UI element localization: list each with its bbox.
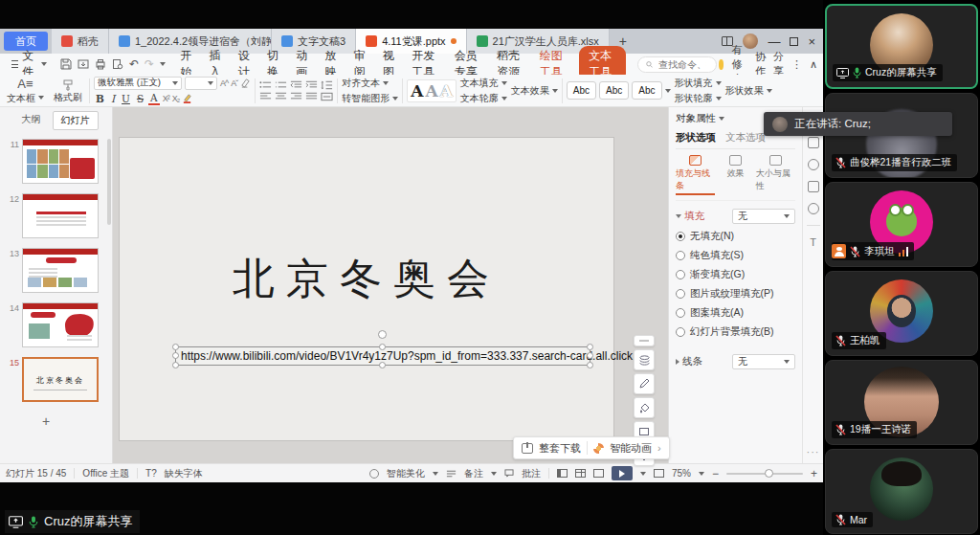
decrease-indent-icon[interactable] <box>290 80 302 90</box>
bulb-icon[interactable] <box>808 203 819 214</box>
print-preview-icon[interactable] <box>112 58 123 70</box>
clear-format-icon[interactable] <box>240 78 251 88</box>
align-left-icon[interactable] <box>259 92 272 101</box>
bullet-list-icon[interactable] <box>259 80 272 90</box>
thumbnail-row-14[interactable]: 14 <box>6 302 108 347</box>
text-options-tab[interactable]: 文本选项 <box>725 131 766 145</box>
slide-title[interactable]: 北京冬奥会 <box>120 251 613 307</box>
slides-tab[interactable]: 幻灯片 <box>53 111 99 130</box>
thumbnail-row-13[interactable]: 13 <box>6 248 108 293</box>
chevron-down-icon[interactable] <box>719 117 724 121</box>
fill-option-solid[interactable]: 纯色填充(S) <box>676 249 795 262</box>
play-options-icon[interactable] <box>640 472 646 476</box>
smart-animation-button[interactable]: 智能动画 <box>610 441 652 456</box>
slide-thumbnail-15-selected[interactable]: 北京冬奥会 <box>22 357 99 402</box>
align-right-icon[interactable] <box>290 92 302 101</box>
command-search[interactable] <box>637 56 717 73</box>
collapse-toolbar-button[interactable] <box>634 335 655 346</box>
text-effect-button[interactable]: 文本效果 <box>511 84 558 98</box>
resize-handle[interactable] <box>379 344 386 350</box>
theme-label[interactable]: Office 主题 <box>82 467 129 480</box>
bold-button[interactable]: B <box>94 93 106 104</box>
highlight-color-icon[interactable] <box>182 93 192 103</box>
search-input[interactable] <box>657 58 708 71</box>
help-icon[interactable] <box>808 159 819 170</box>
chevron-right-icon[interactable]: › <box>657 442 661 454</box>
print-icon[interactable] <box>95 58 106 70</box>
thumbnail-row-11[interactable]: 11 <box>6 139 108 184</box>
image-edit-icon[interactable] <box>808 181 819 192</box>
tab-docer[interactable]: 稻壳 <box>52 29 109 54</box>
shape-style-gallery[interactable]: Abc Abc Abc <box>567 81 671 100</box>
fill-line-subtab[interactable]: 填充与线条 <box>676 155 715 195</box>
italic-button[interactable]: I <box>109 93 117 104</box>
notes-button[interactable]: 备注 <box>464 467 483 480</box>
participant-tile-mar[interactable]: Mar <box>825 449 978 534</box>
convert-smartart-button[interactable]: 转智能图形 <box>342 92 398 105</box>
zoom-slider[interactable] <box>726 473 803 475</box>
play-slideshow-button[interactable] <box>612 466 633 480</box>
thumbnail-row-12[interactable]: 12 <box>6 193 108 238</box>
fill-bucket-button[interactable] <box>634 397 655 418</box>
shape-options-tab[interactable]: 形状选项 <box>676 131 716 145</box>
fill-value-dropdown[interactable]: 无 <box>732 209 795 224</box>
line-section-label[interactable]: 线条 <box>676 355 702 368</box>
font-name-select[interactable]: 微软雅黑 (正文) <box>94 77 182 90</box>
fill-option-none[interactable]: 无填充(N) <box>676 230 795 243</box>
format-painter-button[interactable]: 格式刷 <box>51 79 85 102</box>
layers-button[interactable] <box>634 349 655 370</box>
download-set-button[interactable]: 整套下载 <box>539 441 581 456</box>
slide-thumbnail-11[interactable] <box>22 139 99 184</box>
resize-handle[interactable] <box>172 344 179 350</box>
pen-button[interactable] <box>634 373 655 394</box>
more-tools-icon[interactable]: ··· <box>807 446 820 463</box>
shape-outline-button[interactable]: 形状轮廓 <box>675 92 722 105</box>
rotate-handle[interactable] <box>378 330 387 339</box>
superscript-button[interactable]: X² <box>163 94 169 103</box>
resize-handle[interactable] <box>379 362 386 368</box>
increase-font-icon[interactable]: A^ <box>220 78 228 88</box>
text-outline-button[interactable]: 文本轮廓 <box>460 92 507 105</box>
align-text-button[interactable]: 对齐文本 <box>342 77 398 90</box>
text-tool-icon[interactable]: T <box>810 236 816 248</box>
add-slide-button[interactable]: + <box>0 412 112 435</box>
slide-thumbnail-14[interactable] <box>22 302 99 347</box>
line-spacing-icon[interactable] <box>321 80 333 90</box>
resize-handle[interactable] <box>172 362 179 368</box>
shape-effect-button[interactable]: 形状效果 <box>725 84 772 98</box>
decrease-font-icon[interactable]: Aˇ <box>231 78 237 88</box>
missing-font-label[interactable]: 缺失字体 <box>165 467 203 480</box>
fill-option-background[interactable]: 幻灯片背景填充(B) <box>676 325 795 339</box>
collapse-ribbon-icon[interactable]: ∧ <box>810 58 817 71</box>
fill-option-picture[interactable]: 图片或纹理填充(P) <box>676 287 795 301</box>
number-list-icon[interactable] <box>275 80 287 90</box>
split-view-icon[interactable] <box>722 36 733 46</box>
effects-subtab[interactable]: 效果 <box>716 155 755 195</box>
export-icon[interactable] <box>78 58 89 70</box>
underline-button[interactable]: U <box>120 93 132 104</box>
increase-indent-icon[interactable] <box>305 80 318 90</box>
fill-option-pattern[interactable]: 图案填充(A) <box>676 306 795 320</box>
panel-scrollbar[interactable] <box>107 139 111 225</box>
slide-thumbnail-13[interactable] <box>22 248 99 293</box>
fit-slide-icon[interactable] <box>654 469 664 478</box>
text-fill-button[interactable]: 文本填充 <box>460 77 507 90</box>
zoom-in-button[interactable]: + <box>811 467 817 480</box>
font-color-button[interactable]: A <box>148 92 160 105</box>
reading-view-icon[interactable] <box>593 469 604 478</box>
copy-panel-icon[interactable] <box>808 137 819 148</box>
resize-handle[interactable] <box>172 352 179 359</box>
redo-icon[interactable]: ↷ <box>145 57 154 71</box>
slide-thumbnail-12[interactable] <box>22 193 99 238</box>
smart-beautify-button[interactable]: 智能美化 <box>387 467 425 480</box>
resize-handle[interactable] <box>587 362 593 368</box>
resize-handle[interactable] <box>587 352 593 359</box>
justify-icon[interactable] <box>305 92 318 101</box>
text-style-gallery[interactable]: A A A <box>407 79 457 102</box>
chevron-down-icon[interactable] <box>160 62 166 66</box>
distribute-icon[interactable] <box>321 92 333 101</box>
fill-section-label[interactable]: 填充 <box>676 210 704 223</box>
zoom-out-button[interactable]: − <box>712 467 719 480</box>
size-properties-subtab[interactable]: 大小与属性 <box>756 155 795 195</box>
zoom-level[interactable]: 75% <box>672 468 691 479</box>
